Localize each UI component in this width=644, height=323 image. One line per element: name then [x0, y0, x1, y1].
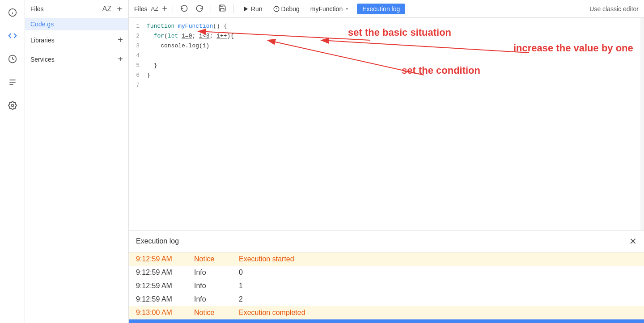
exec-log-cell-time: 9:13:00 AM: [136, 309, 176, 317]
exec-log-close-button[interactable]: ✕: [629, 236, 637, 247]
classic-editor-button[interactable]: Use classic editor: [589, 5, 639, 13]
sidebar: Files AZ + Code.gs Libraries + Services …: [25, 0, 129, 323]
file-item-code-gs[interactable]: Code.gs: [25, 18, 128, 30]
exec-log-cell-level: Info: [194, 282, 221, 290]
toolbar-divider-2: [211, 4, 211, 13]
toolbar-sort-label: AZ: [151, 5, 159, 12]
icon-bar: [0, 0, 25, 323]
exec-log-cell-level: Notice: [194, 255, 221, 263]
exec-log-row: 9:12:59 AM Info 2: [129, 293, 644, 306]
sidebar-files-header: Files AZ +: [25, 0, 128, 18]
exec-log-title: Execution log: [136, 237, 179, 245]
exec-log-cell-msg: 1: [239, 282, 637, 290]
annotation-set-condition: set the condition: [402, 65, 480, 76]
function-selector[interactable]: myFunction: [307, 4, 353, 14]
exec-log-cell-time: 9:12:59 AM: [136, 295, 176, 303]
exec-log-cell-msg: 0: [239, 268, 637, 277]
exec-log-rows: 9:12:59 AM Notice Execution started 9:12…: [129, 252, 644, 319]
toolbar-add-button[interactable]: +: [162, 4, 167, 14]
exec-log-row: 9:12:59 AM Info 0: [129, 266, 644, 279]
code-line-7: 7: [129, 80, 644, 90]
exec-log-row: 9:13:00 AM Notice Execution completed: [129, 306, 644, 319]
exec-log-panel: Execution log ✕ 9:12:59 AM Notice Execut…: [129, 230, 644, 323]
toolbar: Files AZ +: [129, 0, 644, 18]
run-label: Run: [251, 5, 263, 13]
exec-log-cell-time: 9:12:59 AM: [136, 255, 176, 263]
exec-log-cell-msg: Execution completed: [239, 309, 637, 317]
file-item-label: Code.gs: [30, 21, 54, 28]
services-label: Services: [30, 56, 55, 63]
function-label: myFunction: [310, 5, 343, 13]
toolbar-divider-3: [233, 4, 234, 13]
code-line-6: 6 }: [129, 71, 644, 80]
sidebar-header-actions: AZ +: [102, 4, 123, 14]
toolbar-sort-button[interactable]: AZ: [151, 5, 159, 12]
list-icon[interactable]: [4, 74, 21, 90]
exec-log-cell-msg: 2: [239, 295, 637, 303]
annotation-basic-situation: set the basic situation: [348, 27, 451, 38]
exec-log-cell-level: Info: [194, 295, 221, 303]
clock-icon[interactable]: [4, 51, 21, 67]
main-content: Files AZ +: [129, 0, 644, 323]
code-editor[interactable]: 1 function myFunction() { 2 for(let i=0;…: [129, 18, 644, 230]
svg-marker-8: [244, 6, 248, 11]
settings-icon[interactable]: [4, 97, 21, 113]
editor-scrollbar[interactable]: [640, 18, 644, 230]
exec-log-bottom-bar: [129, 319, 644, 323]
exec-log-button[interactable]: Execution log: [357, 4, 405, 14]
exec-log-cell-msg: Execution started: [239, 255, 637, 263]
add-file-button[interactable]: +: [116, 4, 123, 14]
sort-button[interactable]: AZ: [102, 4, 112, 13]
debug-label: Debug: [281, 5, 300, 13]
exec-log-cell-level: Info: [194, 268, 221, 277]
save-button[interactable]: [216, 2, 228, 16]
toolbar-files-label: Files: [134, 5, 148, 13]
run-button[interactable]: Run: [239, 4, 266, 14]
redo-button[interactable]: [194, 2, 205, 16]
exec-log-header: Execution log ✕: [129, 231, 644, 252]
add-service-button[interactable]: +: [118, 54, 123, 64]
sidebar-services-section[interactable]: Services +: [25, 50, 128, 69]
toolbar-divider-1: [173, 4, 173, 13]
add-library-button[interactable]: +: [118, 35, 123, 45]
svg-point-7: [11, 105, 13, 107]
exec-log-cell-time: 9:12:59 AM: [136, 282, 176, 290]
undo-button[interactable]: [178, 2, 190, 16]
libraries-label: Libraries: [30, 37, 55, 44]
code-line-5: 5 }: [129, 61, 644, 71]
exec-log-row: 9:12:59 AM Notice Execution started: [129, 252, 644, 266]
debug-button[interactable]: Debug: [270, 4, 303, 14]
exec-log-row: 9:12:59 AM Info 1: [129, 279, 644, 293]
code-icon[interactable]: [4, 28, 21, 44]
exec-log-cell-time: 9:12:59 AM: [136, 268, 176, 277]
exec-log-cell-level: Notice: [194, 309, 221, 317]
annotation-increase-value: increase the value by one: [513, 42, 633, 54]
sidebar-libraries-section[interactable]: Libraries +: [25, 30, 128, 50]
sidebar-files-title: Files: [30, 5, 44, 13]
info-icon[interactable]: [4, 4, 21, 21]
